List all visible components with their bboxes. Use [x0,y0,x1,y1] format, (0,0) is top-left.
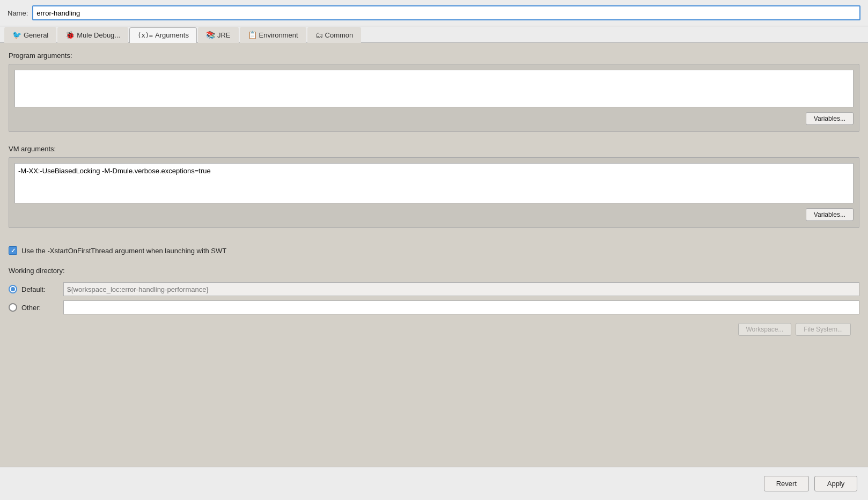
tab-mule-debug[interactable]: 🐞 Mule Debug... [57,27,128,43]
environment-icon: 📋 [248,31,257,39]
revert-button[interactable]: Revert [764,476,809,491]
name-row: Name: [0,0,868,26]
program-arguments-section: Program arguments: Variables... [0,43,868,143]
tab-common[interactable]: 🗂 Common [307,27,362,43]
name-input[interactable] [32,5,860,20]
workspace-button[interactable]: Workspace... [738,323,792,336]
tab-general[interactable]: 🐦 General [4,27,56,43]
working-dir-label: Working directory: [9,262,859,278]
default-radio-row: Default: [9,282,859,296]
tab-jre[interactable]: 📚 JRE [198,27,239,43]
general-icon: 🐦 [12,31,21,39]
name-label: Name: [8,9,28,17]
working-directory-section: Working directory: Default: Other: Works… [0,262,868,347]
tab-mule-debug-label: Mule Debug... [77,31,120,39]
program-arguments-container: Variables... [9,64,859,132]
file-system-button[interactable]: File System... [796,323,851,336]
vm-variables-button[interactable]: Variables... [806,208,854,221]
default-radio[interactable] [9,285,17,293]
common-icon: 🗂 [315,31,323,39]
default-dir-input [63,282,859,296]
tab-common-label: Common [325,31,354,39]
default-radio-label: Default: [21,285,59,293]
arguments-icon: (x)= [137,32,153,39]
program-arguments-label: Program arguments: [9,52,859,60]
vm-arguments-input[interactable] [14,163,854,203]
vm-variables-row: Variables... [14,205,854,222]
tab-environment[interactable]: 📋 Environment [240,27,306,43]
program-arguments-input[interactable] [14,70,854,107]
other-dir-input[interactable] [63,300,859,314]
swt-checkbox-label: Use the -XstartOnFirstThread argument wh… [21,247,226,255]
vm-arguments-label: VM arguments: [9,145,859,153]
vm-arguments-section: VM arguments: Variables... [0,143,868,239]
tab-jre-label: JRE [217,31,231,39]
tab-arguments[interactable]: (x)= Arguments [129,27,197,43]
tab-arguments-label: Arguments [155,31,189,39]
mule-debug-icon: 🐞 [65,31,75,39]
swt-checkbox[interactable] [9,246,17,255]
other-radio-label: Other: [21,304,59,312]
tab-general-label: General [24,31,48,39]
program-variables-row: Variables... [14,109,854,126]
program-variables-button[interactable]: Variables... [806,112,854,125]
jre-icon: 📚 [206,31,215,39]
other-radio-row: Other: [9,300,859,314]
main-content: Program arguments: Variables... VM argum… [0,43,868,467]
apply-button[interactable]: Apply [814,476,857,491]
other-radio[interactable] [9,303,17,312]
workspace-buttons-row: Workspace... File System... [9,319,859,338]
tab-environment-label: Environment [259,31,298,39]
swt-checkbox-row: Use the -XstartOnFirstThread argument wh… [0,239,868,262]
bottom-bar: Revert Apply [0,467,868,500]
tabs-bar: 🐦 General 🐞 Mule Debug... (x)= Arguments… [0,26,868,43]
vm-arguments-container: Variables... [9,157,859,228]
